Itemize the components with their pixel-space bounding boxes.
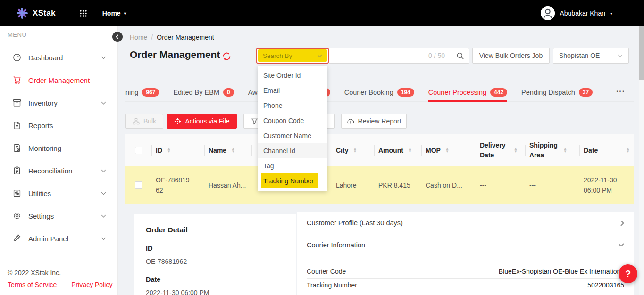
user-menu[interactable]: Abubakar Khan ▾ bbox=[541, 6, 612, 20]
cloud-download-icon bbox=[347, 118, 354, 125]
column-header-amount[interactable]: Amount▲▼ bbox=[375, 134, 422, 166]
review-report-button[interactable]: Review Report bbox=[341, 114, 407, 129]
tab-count-badge: 194 bbox=[397, 88, 414, 97]
sidebar-item-dashboard[interactable]: Dashboard bbox=[0, 46, 117, 69]
tab-count-badge: 37 bbox=[579, 88, 593, 97]
customer-profile-label: Customer Profile (Last 30 days) bbox=[307, 219, 403, 227]
sort-icon: ▲▼ bbox=[626, 148, 630, 153]
tab-edited-by-ebm[interactable]: Edited By EBM 0 bbox=[173, 83, 234, 102]
courier-details: Courier Code BlueEx-Shopistan OE-Blue Ex… bbox=[297, 256, 634, 292]
sidebar-item-inventory[interactable]: Inventory bbox=[0, 91, 117, 114]
dropdown-option-tracking-number[interactable]: Tracking Number bbox=[261, 173, 318, 188]
dropdown-option-channel-id[interactable]: Channel Id bbox=[258, 143, 327, 158]
monitoring-icon bbox=[13, 144, 21, 152]
search-input[interactable] bbox=[329, 48, 428, 63]
dropdown-option-customer-name[interactable]: Customer Name bbox=[258, 128, 327, 143]
chevron-down-icon bbox=[101, 169, 106, 172]
nav-home-label: Home bbox=[102, 9, 121, 17]
order-detail-card: Order Detail ID OE-78681962 Date 2022-11… bbox=[134, 214, 296, 295]
search-button[interactable] bbox=[451, 48, 469, 64]
sidebar-item-monitoring[interactable]: Monitoring bbox=[0, 137, 117, 159]
sidebar-item-reports[interactable]: Reports bbox=[0, 114, 117, 137]
tab-strip: ning 967 Edited By EBM 0 Awaitin ted By … bbox=[125, 83, 617, 102]
dropdown-option-coupon-code[interactable]: Coupon Code bbox=[258, 113, 327, 128]
select-all-cell bbox=[125, 134, 152, 166]
dropdown-option-tag[interactable]: Tag bbox=[258, 158, 327, 173]
cell-city: Lahore bbox=[332, 181, 375, 189]
column-header-name[interactable]: Name▲▼ bbox=[205, 134, 252, 166]
column-header-mop[interactable]: MOP▲▼ bbox=[422, 134, 476, 166]
terms-of-service-link[interactable]: Terms of Service bbox=[8, 281, 57, 288]
cell-mop: Cash on D... bbox=[422, 181, 476, 189]
brand-logo[interactable]: XStak bbox=[16, 7, 56, 19]
more-tabs-icon[interactable]: ··· bbox=[616, 87, 625, 96]
column-header-id[interactable]: ID▲▼ bbox=[152, 134, 205, 166]
sidebar-item-label: Settings bbox=[28, 212, 54, 220]
sidebar-item-admin-panel[interactable]: Admin Panel bbox=[0, 227, 117, 250]
row-select-cell bbox=[125, 181, 152, 189]
sidebar-item-settings[interactable]: Settings bbox=[0, 205, 117, 227]
tracking-number-row: Tracking Number 5022003165 bbox=[307, 279, 624, 292]
top-bar: XStak Home ▾ Abubakar Khan ▾ bbox=[0, 0, 644, 26]
column-header-delivery-date[interactable]: Delivery Date▲▼ bbox=[476, 134, 526, 166]
tab-pending-dispatch[interactable]: Pending Dispatch 37 bbox=[521, 83, 593, 102]
sidebar-item-reconciliation[interactable]: Reconciliation bbox=[0, 159, 117, 182]
table-row[interactable]: OE-78681962 Hassan Ah... Lahore PKR 8,41… bbox=[125, 166, 634, 204]
tab-courier-processing[interactable]: Courier Processing 442 bbox=[428, 83, 507, 102]
dropdown-option-email[interactable]: Email bbox=[258, 83, 327, 98]
sidebar-item-order-management[interactable]: Order Management bbox=[0, 69, 117, 91]
select-all-checkbox[interactable] bbox=[135, 147, 142, 154]
cell-shipping-area: --- bbox=[526, 181, 580, 189]
column-label: Amount bbox=[378, 147, 403, 154]
cell-amount: PKR 8,415 bbox=[375, 181, 422, 189]
order-id-value: OE-78681962 bbox=[146, 258, 284, 265]
view-bulk-orders-job-label: View Bulk Orders Job bbox=[479, 52, 543, 59]
store-select[interactable]: Shopistan OE bbox=[553, 48, 629, 64]
char-counter: 0 / 50 bbox=[428, 52, 451, 59]
courier-information-accordion[interactable]: Courier Information bbox=[297, 234, 634, 256]
cell-delivery-date: --- bbox=[476, 181, 526, 189]
order-id-label: ID bbox=[146, 245, 284, 252]
sidebar-item-utilities[interactable]: Utilities bbox=[0, 182, 117, 205]
bulk-icon bbox=[133, 118, 140, 125]
tab-count-badge: 967 bbox=[142, 88, 159, 97]
search-by-dropdown: Site Order Id Email Phone Coupon Code Cu… bbox=[258, 66, 327, 191]
row-checkbox[interactable] bbox=[135, 181, 142, 189]
sidebar-item-label: Admin Panel bbox=[28, 235, 68, 243]
search-by-select[interactable]: Search By bbox=[258, 49, 327, 62]
column-label: Name bbox=[209, 147, 226, 154]
bulk-button[interactable]: Bulk bbox=[125, 114, 163, 129]
brand-name: XStak bbox=[33, 8, 56, 18]
actions-via-file-button[interactable]: Actions via File bbox=[167, 114, 237, 129]
chevron-right-icon bbox=[620, 220, 624, 226]
tab-screening[interactable]: ning 967 bbox=[125, 83, 159, 102]
dropdown-option-site-order-id[interactable]: Site Order Id bbox=[258, 68, 327, 83]
bulk-label: Bulk bbox=[143, 117, 156, 125]
vertical-scrollbar bbox=[639, 26, 644, 295]
column-header-shipping-area[interactable]: Shipping Area▲▼ bbox=[526, 134, 580, 166]
privacy-policy-link[interactable]: Privacy Policy bbox=[71, 281, 112, 288]
scrollbar-thumb[interactable] bbox=[639, 26, 644, 80]
utilities-icon bbox=[13, 189, 21, 197]
view-bulk-orders-job-button[interactable]: View Bulk Orders Job bbox=[472, 48, 550, 64]
avatar bbox=[541, 6, 555, 20]
breadcrumb-current: Order Management bbox=[157, 33, 214, 41]
app-grid-icon[interactable] bbox=[79, 9, 87, 17]
sidebar-item-label: Order Management bbox=[28, 76, 90, 84]
column-header-date[interactable]: Date▲▼ bbox=[580, 134, 634, 166]
tab-courier-booking[interactable]: Courier Booking 194 bbox=[344, 83, 414, 102]
nav-home-menu[interactable]: Home ▾ bbox=[102, 9, 126, 17]
sidebar-item-label: Reconciliation bbox=[28, 167, 72, 175]
customer-profile-accordion[interactable]: Customer Profile (Last 30 days) bbox=[297, 212, 634, 234]
column-header-city[interactable]: City▲▼ bbox=[332, 134, 375, 166]
dropdown-option-phone[interactable]: Phone bbox=[258, 98, 327, 113]
wrench-icon bbox=[13, 234, 21, 243]
refresh-icon[interactable] bbox=[222, 52, 231, 61]
breadcrumb-home[interactable]: Home bbox=[130, 33, 147, 41]
help-button[interactable]: ? bbox=[619, 264, 637, 283]
menu-label: MENU bbox=[8, 31, 26, 38]
chevron-down-icon bbox=[101, 237, 106, 240]
cell-date: 2022-11-30 06:00 PM bbox=[580, 175, 634, 196]
collapse-sidebar-button[interactable] bbox=[112, 32, 123, 42]
sidebar-item-label: Monitoring bbox=[28, 144, 61, 152]
